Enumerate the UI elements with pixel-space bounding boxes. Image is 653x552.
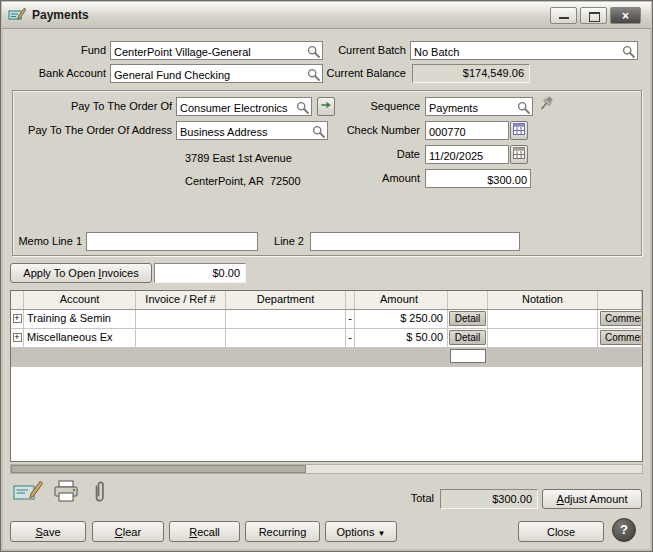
date-field[interactable] [425,145,509,164]
save-button[interactable]: Save [10,521,86,542]
fund-field[interactable] [110,41,323,60]
grid-hscroll-thumb[interactable] [11,465,306,473]
pay-to-address-input[interactable] [177,124,312,141]
close-button[interactable]: Close [518,521,604,542]
row1-department-cell[interactable] [226,310,346,328]
grid-header-detail [448,291,488,309]
bank-account-input[interactable] [111,67,307,84]
payments-window: Payments × Fund Current Batch Bank Accou… [0,0,653,552]
date-picker-button[interactable] [510,145,528,164]
apply-to-open-invoices-button[interactable]: Apply To Open Invoices [10,263,152,283]
grid-horizontal-scrollbar[interactable] [10,464,643,474]
newrow-notation-cell[interactable] [488,348,598,366]
grid-header-expander [11,291,24,309]
bank-account-lookup-icon[interactable] [307,67,321,81]
row1-invoice-cell[interactable] [136,310,226,328]
pay-to-address-lookup-icon[interactable] [312,124,326,138]
memo-line2-label: Line 2 [264,232,304,251]
help-button[interactable]: ? [612,518,636,542]
grid-row-1: + Training & Semin - $ 250.00 Detail Com… [11,310,642,329]
open-payee-button[interactable] [317,97,335,116]
newrow-edit-cell[interactable] [450,349,486,363]
sequence-field[interactable] [425,97,533,116]
bank-account-field[interactable] [110,64,323,83]
print-button[interactable] [52,480,80,506]
calendar-icon [513,147,525,159]
check-number-sequence-button[interactable] [510,121,528,140]
minimize-button[interactable] [550,7,577,24]
total-value: $300.00 [440,489,538,509]
options-button[interactable]: Options ▼ [325,521,397,542]
row1-expand-button[interactable]: + [13,314,22,323]
fund-input[interactable] [111,44,307,61]
date-input[interactable] [426,148,508,165]
current-balance-label: Current Balance [322,64,406,83]
row2-comment-button[interactable]: Comment [600,330,642,345]
amount-label: Amount [366,169,420,188]
maximize-button[interactable] [580,7,607,24]
apply-amount-value: $0.00 [154,263,246,283]
row1-amount-cell[interactable]: $ 250.00 [355,310,448,328]
current-batch-lookup-icon[interactable] [622,44,636,58]
row1-notation-cell[interactable] [488,310,598,328]
recall-button[interactable]: Recall [169,521,240,542]
row1-dash-cell: - [346,310,355,328]
check-number-field[interactable] [425,121,509,140]
options-dropdown-icon: ▼ [378,529,386,538]
newrow-department-cell[interactable] [226,348,346,366]
adjust-amount-button[interactable]: Adjust Amount [542,489,642,509]
row1-detail-button[interactable]: Detail [449,311,486,326]
pay-to-address-field[interactable] [176,121,328,140]
printer-icon [53,480,79,504]
pay-to-lookup-icon[interactable] [296,100,310,114]
row2-notation-cell[interactable] [488,329,598,347]
paperclip-icon [92,479,107,505]
pay-to-input[interactable] [177,100,296,117]
row2-department-cell[interactable] [226,329,346,347]
memo-line1-input[interactable] [87,235,257,252]
pin-sequence-icon[interactable] [539,95,555,113]
sequence-label: Sequence [352,97,420,116]
current-batch-input[interactable] [411,44,622,61]
grid-header-amount: Amount [355,291,448,309]
fund-lookup-icon[interactable] [307,44,321,58]
current-balance-value: $174,549.06 [412,64,530,83]
print-check-button[interactable] [12,479,44,506]
recurring-button[interactable]: Recurring [245,521,320,542]
amount-field[interactable] [425,169,531,188]
newrow-amount-cell[interactable] [355,348,448,366]
payee-address-line2: CenterPoint, AR 72500 [185,173,301,189]
newrow-account-cell[interactable] [24,348,136,366]
row2-expand-button[interactable]: + [13,333,22,342]
total-label: Total [388,489,434,508]
row2-dash-cell: - [346,329,355,347]
memo-line2-field[interactable] [310,232,520,251]
grid-row-new[interactable] [11,348,642,367]
grid-header-notation: Notation [488,291,598,309]
newrow-invoice-cell[interactable] [136,348,226,366]
maximize-icon [589,12,600,22]
row2-detail-button[interactable]: Detail [449,330,486,345]
distribution-grid: Account Invoice / Ref # Department Amoun… [10,290,643,462]
sequence-input[interactable] [426,100,517,117]
row1-account-cell[interactable]: Training & Semin [24,310,136,328]
current-batch-field[interactable] [410,41,638,60]
attachment-button[interactable] [90,479,108,506]
grid-header-spacer [346,291,355,309]
pay-to-field[interactable] [176,97,312,116]
close-window-button[interactable]: × [610,7,641,24]
sequence-lookup-icon[interactable] [517,100,531,114]
grid-header-invoice: Invoice / Ref # [136,291,226,309]
amount-input[interactable] [426,172,530,189]
row2-account-cell[interactable]: Miscellaneous Ex [24,329,136,347]
number-grid-icon [513,123,525,135]
row1-comment-button[interactable]: Comment [600,311,642,326]
memo-line1-field[interactable] [86,232,258,251]
memo-line1-label: Memo Line 1 [10,232,82,251]
memo-line2-input[interactable] [311,235,519,252]
title-bar[interactable]: Payments × [2,2,651,29]
row2-invoice-cell[interactable] [136,329,226,347]
clear-button[interactable]: Clear [92,521,164,542]
check-number-input[interactable] [426,124,508,141]
row2-amount-cell[interactable]: $ 50.00 [355,329,448,347]
